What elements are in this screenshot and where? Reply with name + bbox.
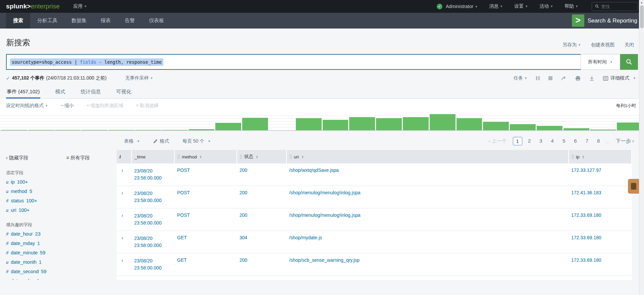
field-item-status[interactable]: #status100+	[6, 198, 113, 204]
histogram-bar[interactable]	[55, 130, 81, 130]
ip-column-header[interactable]: ip▲▼	[569, 150, 632, 163]
histogram-bar[interactable]	[590, 130, 616, 130]
histogram-bar[interactable]	[28, 130, 54, 130]
field-item-date_month[interactable]: adate_month1	[6, 259, 113, 265]
search-mode-selector[interactable]: 详细模式▼	[603, 75, 636, 81]
status-value[interactable]: 200	[239, 167, 247, 173]
app-nav-item-4[interactable]: 告警	[118, 13, 142, 29]
pagination-page-5[interactable]: 5	[559, 137, 568, 145]
row-expander-icon[interactable]: ›	[117, 231, 131, 253]
status-value[interactable]: 200	[239, 212, 247, 218]
ip-value[interactable]: 172.33.127.97	[571, 167, 601, 173]
method-value[interactable]: POST	[177, 190, 190, 195]
histogram-bar[interactable]	[564, 128, 589, 130]
sort-icon[interactable]: ▲▼	[200, 155, 202, 158]
pagination-page-4[interactable]: 4	[548, 137, 557, 145]
drag-handle-icon[interactable]	[572, 154, 574, 159]
status-value[interactable]: 200	[239, 257, 247, 263]
status-value[interactable]: 304	[239, 235, 247, 240]
histogram-bar[interactable]	[349, 117, 375, 130]
time-date[interactable]: 23/08/20	[134, 257, 172, 264]
app-nav-item-0[interactable]: 搜索	[6, 13, 30, 29]
histogram-bar[interactable]	[1, 130, 27, 130]
field-item-method[interactable]: amethod5	[6, 189, 113, 194]
uri-value[interactable]: /shop/wxtq!qdSave.jspa	[289, 167, 339, 173]
histogram-bar[interactable]	[323, 120, 348, 130]
pagination-page-8[interactable]: 8	[594, 137, 603, 145]
format-timeline-menu[interactable]: 设定时间线的格式▼	[6, 103, 48, 109]
activity-menu[interactable]: 活动▼	[539, 3, 553, 9]
field-item-date_mday[interactable]: #date_mday1	[6, 241, 113, 246]
pagination-page-7[interactable]: 7	[583, 137, 591, 145]
app-nav-item-2[interactable]: 数据集	[64, 13, 94, 29]
histogram-bar[interactable]	[108, 130, 134, 130]
status-column-header[interactable]: 状态▲▼	[237, 150, 286, 163]
drag-handle-icon[interactable]	[240, 154, 242, 159]
histogram-bar[interactable]	[457, 118, 482, 130]
stop-icon[interactable]	[548, 76, 552, 80]
method-value[interactable]: POST	[177, 212, 190, 218]
app-nav-item-1[interactable]: 分析工具	[30, 13, 64, 29]
ip-value[interactable]: 172.41.36.183	[571, 190, 601, 195]
search-submit-button[interactable]	[620, 54, 638, 70]
row-expander-icon[interactable]: ›	[117, 208, 131, 231]
field-item-date_hour[interactable]: #date_hour23	[6, 231, 113, 237]
job-menu[interactable]: 任务▼	[514, 75, 527, 81]
field-item-date_wday[interactable]: adate_wday1	[6, 278, 113, 280]
histogram-bar[interactable]	[189, 129, 215, 130]
app-menu[interactable]: 应用▼	[73, 3, 87, 9]
row-expander-icon[interactable]: ›	[117, 186, 131, 208]
time-clock[interactable]: 23:58:00.000	[134, 219, 172, 227]
field-item-date_minute[interactable]: #date_minute59	[6, 250, 113, 256]
drag-handle-icon[interactable]	[289, 154, 292, 159]
table-menu[interactable]: 表格▼	[124, 138, 140, 144]
user-menu[interactable]: Administrator▼	[446, 4, 478, 9]
histogram-bar[interactable]	[242, 118, 268, 130]
field-item-uri[interactable]: auri100+	[6, 207, 113, 213]
histogram-bar[interactable]	[376, 118, 402, 130]
app-identity[interactable]: > Search & Reporting	[572, 13, 644, 29]
field-item-date_second[interactable]: #date_second59	[6, 269, 113, 275]
drag-handle-icon[interactable]	[177, 154, 180, 159]
pause-icon[interactable]	[536, 76, 540, 80]
search-query-input[interactable]: sourcetype=shop_access | fields - length…	[6, 54, 581, 70]
method-value[interactable]: GET	[177, 235, 187, 240]
histogram-bar[interactable]	[215, 123, 241, 130]
uri-value[interactable]: /shop/scb_sense_warning_qry.jsp	[289, 257, 360, 263]
row-expander-icon[interactable]: ›	[117, 276, 131, 280]
pagination-page-1[interactable]: 1	[513, 137, 522, 145]
time-date[interactable]: 23/08/20	[134, 212, 172, 219]
all-fields-button[interactable]: ≡ 所有字段	[66, 155, 90, 161]
histogram-bar[interactable]	[162, 130, 188, 130]
row-expander-icon[interactable]: ›	[117, 253, 131, 276]
deselect-button[interactable]: ×取消选择	[136, 103, 158, 109]
histogram-bar[interactable]	[537, 126, 562, 130]
format-menu[interactable]: 格式	[153, 138, 169, 144]
time-range-picker[interactable]: 所有时间▼	[581, 54, 620, 70]
settings-menu[interactable]: 设置▼	[514, 3, 528, 9]
sort-icon[interactable]: ▲▼	[582, 155, 584, 158]
histogram-bar[interactable]	[403, 117, 429, 130]
time-date[interactable]: 23/08/20	[134, 190, 172, 197]
save-as-button[interactable]: 另存为▼	[562, 42, 581, 48]
global-find-input[interactable]	[601, 4, 631, 9]
ip-value[interactable]: 172.33.69.180	[571, 257, 601, 263]
download-icon[interactable]	[589, 76, 594, 81]
messages-menu[interactable]: 消息▼	[489, 3, 503, 9]
status-value[interactable]: 200	[239, 190, 247, 195]
ip-value[interactable]: 172.33.69.180	[571, 235, 601, 240]
scrollbar-thumb[interactable]	[640, 5, 644, 28]
row-expander-icon[interactable]: ›	[117, 163, 131, 186]
histogram-bar[interactable]	[483, 122, 509, 130]
method-value[interactable]: GET	[177, 257, 187, 263]
histogram-bar[interactable]	[510, 124, 536, 130]
histogram-bar[interactable]	[135, 130, 161, 130]
pagination-next[interactable]: 下一步 ›	[616, 138, 634, 144]
method-column-header[interactable]: method▲▼	[174, 150, 237, 163]
splunk-logo[interactable]: splunk>enterprise	[6, 3, 60, 10]
field-item-ip[interactable]: aip100+	[6, 179, 113, 185]
zoom-out-button[interactable]: −缩小	[61, 103, 74, 109]
scroll-up-arrow-icon[interactable]: ▲	[639, 0, 644, 5]
pagination-page-6[interactable]: 6	[571, 137, 580, 145]
zoom-to-selection-button[interactable]: +缩放到所选区域	[87, 103, 123, 109]
